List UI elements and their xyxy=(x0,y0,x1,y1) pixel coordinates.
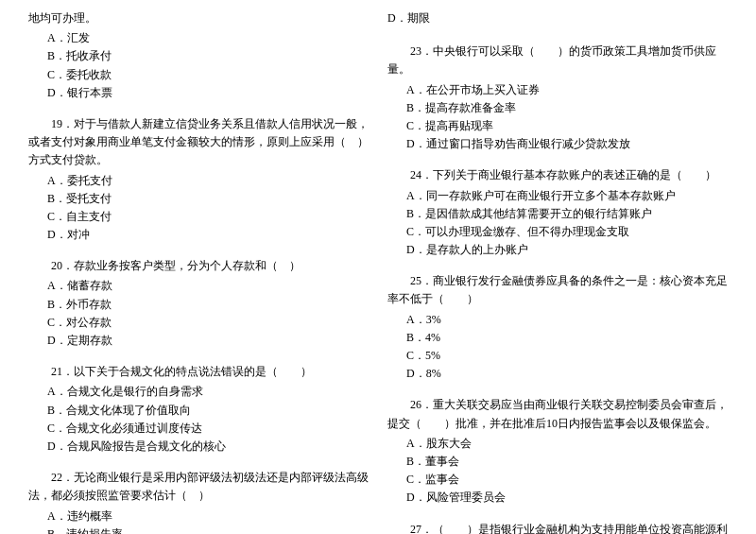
q25-option-d: D．8% xyxy=(387,365,728,383)
q20-option-c: C．对公存款 xyxy=(28,314,369,332)
q21-option-d: D．合规风险报告是合规文化的核心 xyxy=(28,438,369,456)
q-d-text: D．期限 xyxy=(387,9,728,27)
page-content: 地均可办理。 A．汇发 B．托收承付 C．委托收款 D．银行本票 19．对于与借… xyxy=(28,9,728,534)
q19-option-a: A．委托支付 xyxy=(28,172,369,190)
q20-option-d: D．定期存款 xyxy=(28,332,369,350)
q25-block: 25．商业银行发行金融债券应具备的条件之一是：核心资本充足率不低于（ ） A．3… xyxy=(387,272,728,383)
q21-block: 21．以下关于合规文化的特点说法错误的是（ ） A．合规文化是银行的自身需求 B… xyxy=(28,363,369,456)
q24-block: 24．下列关于商业银行基本存款账户的表述正确的是（ ） A．同一存款账户可在商业… xyxy=(387,166,728,259)
q26-text: 26．重大关联交易应当由商业银行关联交易控制委员会审查后，提交（ ）批准，并在批… xyxy=(387,396,728,432)
q19-option-b: B．受托支付 xyxy=(28,190,369,208)
q26-option-b: B．董事会 xyxy=(387,453,728,471)
q21-option-a: A．合规文化是银行的自身需求 xyxy=(28,383,369,401)
q23-option-d: D．通过窗口指导劝告商业银行减少贷款发放 xyxy=(387,135,728,153)
q-d-block: D．期限 xyxy=(387,9,728,29)
q20-block: 20．存款业务按客户类型，分为个人存款和（ ） A．储蓄存款 B．外币存款 C．… xyxy=(28,257,369,350)
q24-option-d: D．是存款人的上办账户 xyxy=(387,241,728,259)
q22-option-a: A．违约概率 xyxy=(28,508,369,525)
q26-option-a: A．股东大会 xyxy=(387,435,728,453)
q24-option-a: A．同一存款账户可在商业银行开立多个基本存款账户 xyxy=(387,187,728,205)
q23-option-a: A．在公开市场上买入证券 xyxy=(387,81,728,99)
right-column: D．期限 23．中央银行可以采取（ ）的货币政策工具增加货币供应量。 A．在公开… xyxy=(387,9,728,534)
q23-block: 23．中央银行可以采取（ ）的货币政策工具增加货币供应量。 A．在公开市场上买入… xyxy=(387,43,728,153)
q19-option-d: D．对冲 xyxy=(28,226,369,244)
q20-option-b: B．外币存款 xyxy=(28,296,369,314)
q23-text: 23．中央银行可以采取（ ）的货币政策工具增加货币供应量。 xyxy=(387,43,728,78)
q24-option-b: B．是因借款成其他结算需要开立的银行结算账户 xyxy=(387,205,728,223)
q27-text: 27．（ ）是指银行业金融机构为支持用能单位投资高能源利用效率、降低能源消耗而提… xyxy=(387,521,728,535)
q19-block: 19．对于与借款人新建立信贷业务关系且借款人信用状况一般，或者支付对象用商业单笔… xyxy=(28,115,369,244)
q25-text: 25．商业银行发行金融债券应具备的条件之一是：核心资本充足率不低于（ ） xyxy=(387,272,728,308)
q19-option-c: C．自主支付 xyxy=(28,208,369,226)
option-a: A．汇发 xyxy=(28,29,369,47)
q26-option-d: D．风险管理委员会 xyxy=(387,489,728,507)
q21-option-b: B．合规文化体现了价值取向 xyxy=(28,402,369,420)
q21-option-c: C．合规文化必须通过训度传达 xyxy=(28,420,369,438)
q26-option-c: C．监事会 xyxy=(387,471,728,489)
q25-option-b: B．4% xyxy=(387,329,728,347)
q-intro-text: 地均可办理。 xyxy=(28,9,369,27)
option-b: B．托收承付 xyxy=(28,47,369,65)
option-c: C．委托收款 xyxy=(28,66,369,84)
left-column: 地均可办理。 A．汇发 B．托收承付 C．委托收款 D．银行本票 19．对于与借… xyxy=(28,9,369,534)
q24-text: 24．下列关于商业银行基本存款账户的表述正确的是（ ） xyxy=(387,166,728,184)
option-d: D．银行本票 xyxy=(28,84,369,102)
q-intro-block: 地均可办理。 A．汇发 B．托收承付 C．委托收款 D．银行本票 xyxy=(28,9,369,102)
q23-option-b: B．提高存款准备金率 xyxy=(387,99,728,117)
q20-text: 20．存款业务按客户类型，分为个人存款和（ ） xyxy=(28,257,369,275)
q20-option-a: A．储蓄存款 xyxy=(28,277,369,295)
q21-text: 21．以下关于合规文化的特点说法错误的是（ ） xyxy=(28,363,369,381)
q25-option-c: C．5% xyxy=(387,347,728,365)
q25-option-a: A．3% xyxy=(387,311,728,329)
q23-option-c: C．提高再贴现率 xyxy=(387,117,728,135)
q22-text: 22．无论商业银行是采用内部评级法初级法还是内部评级法高级法，都必须按照监管要求… xyxy=(28,469,369,505)
q19-text: 19．对于与借款人新建立信贷业务关系且借款人信用状况一般，或者支付对象用商业单笔… xyxy=(28,115,369,170)
q22-block: 22．无论商业银行是采用内部评级法初级法还是内部评级法高级法，都必须按照监管要求… xyxy=(28,469,369,534)
q26-block: 26．重大关联交易应当由商业银行关联交易控制委员会审查后，提交（ ）批准，并在批… xyxy=(387,396,728,507)
q24-option-c: C．可以办理现金缴存、但不得办理现金支取 xyxy=(387,223,728,241)
q22-option-b: B．违约损失率 xyxy=(28,525,369,534)
q27-block: 27．（ ）是指银行业金融机构为支持用能单位投资高能源利用效率、降低能源消耗而提… xyxy=(387,521,728,535)
